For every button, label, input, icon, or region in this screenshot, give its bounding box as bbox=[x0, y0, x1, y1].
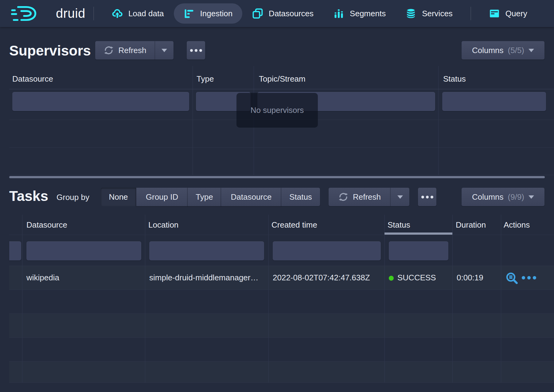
tasks-more-button[interactable] bbox=[418, 188, 436, 206]
column-header-actions[interactable]: Actions bbox=[504, 220, 530, 230]
tasks-columns-button[interactable]: Columns (9/9) bbox=[462, 188, 544, 206]
task-detail-magnifier-icon[interactable] bbox=[505, 272, 518, 285]
column-header-created-time[interactable]: Created time bbox=[271, 220, 317, 230]
druid-logo-icon bbox=[11, 5, 52, 22]
created-time-filter-input[interactable] bbox=[273, 241, 381, 260]
nav-item-query[interactable]: Query bbox=[479, 3, 537, 24]
supervisors-refresh-dropdown-button[interactable] bbox=[155, 41, 174, 60]
nav-item-ingestion[interactable]: Ingestion bbox=[174, 3, 243, 24]
refresh-icon bbox=[338, 192, 349, 202]
success-status-dot-icon bbox=[389, 276, 394, 281]
columns-label: Columns bbox=[472, 46, 504, 55]
task-id-filter-input-clipped[interactable] bbox=[9, 241, 21, 260]
columns-count: (5/5) bbox=[508, 46, 524, 55]
datasource-filter-input[interactable] bbox=[26, 241, 141, 260]
nav-item-label: Datasources bbox=[269, 9, 314, 18]
column-header-duration[interactable]: Duration bbox=[456, 220, 486, 230]
refresh-icon bbox=[103, 45, 114, 56]
gantt-chart-icon bbox=[184, 8, 195, 19]
cell-status: SUCCESS bbox=[389, 273, 436, 282]
column-header-status[interactable]: Status bbox=[443, 74, 466, 84]
caret-down-icon bbox=[397, 195, 403, 199]
tasks-refresh-button[interactable]: Refresh bbox=[329, 188, 390, 206]
cell-created-time: 2022-08-02T07:42:47.638Z bbox=[273, 273, 370, 282]
nav-divider bbox=[93, 7, 94, 20]
table-row bbox=[9, 313, 554, 337]
group-by-type-button[interactable]: Type bbox=[187, 188, 221, 206]
column-header-datasource[interactable]: Datasource bbox=[12, 74, 53, 84]
group-by-label: Group by bbox=[57, 193, 89, 202]
layered-squares-icon bbox=[252, 8, 263, 19]
nav-item-label: Query bbox=[505, 9, 527, 18]
nav-divider bbox=[470, 7, 471, 20]
status-sort-indicator bbox=[384, 233, 452, 235]
caret-down-icon bbox=[529, 195, 534, 199]
supervisors-refresh-button[interactable]: Refresh bbox=[95, 41, 155, 60]
cell-location: simple-druid-middlemanager… bbox=[149, 273, 263, 282]
nav-item-datasources[interactable]: Datasources bbox=[242, 3, 323, 24]
database-icon bbox=[405, 8, 416, 19]
status-text: SUCCESS bbox=[397, 273, 436, 282]
logo-text: druid bbox=[56, 6, 85, 21]
nav-item-label: Services bbox=[422, 9, 453, 18]
column-header-topic-stream[interactable]: Topic/Stream bbox=[259, 74, 306, 84]
caret-down-icon bbox=[162, 49, 167, 52]
column-header-location[interactable]: Location bbox=[148, 220, 178, 230]
cell-duration: 0:00:19 bbox=[457, 273, 483, 282]
task-row-actions-icon[interactable] bbox=[527, 276, 531, 279]
columns-label: Columns bbox=[472, 192, 504, 202]
nav-item-label: Segments bbox=[350, 9, 386, 18]
segment-bars-icon bbox=[333, 8, 344, 19]
location-filter-input[interactable] bbox=[149, 241, 264, 260]
druid-console: druid Load data bbox=[0, 0, 554, 392]
group-by-group-id-button[interactable]: Group ID bbox=[136, 188, 188, 206]
more-icon bbox=[426, 196, 429, 198]
group-by-none-button[interactable]: None bbox=[101, 188, 136, 206]
refresh-label: Refresh bbox=[118, 46, 146, 55]
top-nav: druid Load data bbox=[0, 0, 554, 27]
column-header-status-sorted[interactable]: Status bbox=[388, 220, 410, 230]
nav-item-load-data[interactable]: Load data bbox=[102, 3, 174, 24]
nav-item-segments[interactable]: Segments bbox=[323, 3, 396, 24]
group-by-datasource-button[interactable]: Datasource bbox=[221, 188, 281, 206]
datasource-filter-input[interactable] bbox=[12, 92, 189, 111]
supervisors-columns-button[interactable]: Columns (5/5) bbox=[462, 41, 544, 60]
nav-item-label: Load data bbox=[128, 9, 164, 18]
cloud-upload-icon bbox=[112, 8, 123, 19]
status-filter-input[interactable] bbox=[389, 241, 448, 260]
cell-datasource: wikipedia bbox=[26, 273, 59, 282]
refresh-label: Refresh bbox=[353, 192, 381, 202]
group-by-status-button[interactable]: Status bbox=[281, 188, 320, 206]
status-filter-input[interactable] bbox=[442, 92, 546, 111]
nav-item-label: Ingestion bbox=[200, 9, 233, 18]
supervisors-horizontal-scrollbar[interactable] bbox=[9, 176, 545, 178]
nav-item-services[interactable]: Services bbox=[396, 3, 462, 24]
column-header-datasource[interactable]: Datasource bbox=[26, 220, 67, 230]
supervisors-title: Supervisors bbox=[9, 42, 91, 59]
caret-down-icon bbox=[529, 49, 534, 52]
application-icon bbox=[489, 8, 500, 19]
columns-count: (9/9) bbox=[508, 192, 524, 202]
tasks-refresh-dropdown-button[interactable] bbox=[390, 188, 409, 206]
more-icon bbox=[195, 49, 197, 52]
tasks-title: Tasks bbox=[9, 188, 48, 204]
no-supervisors-message: No supervisors bbox=[236, 93, 318, 128]
druid-logo[interactable]: druid bbox=[11, 5, 85, 22]
supervisors-more-button[interactable] bbox=[187, 41, 205, 60]
column-header-type[interactable]: Type bbox=[197, 74, 214, 84]
table-row bbox=[9, 361, 554, 382]
